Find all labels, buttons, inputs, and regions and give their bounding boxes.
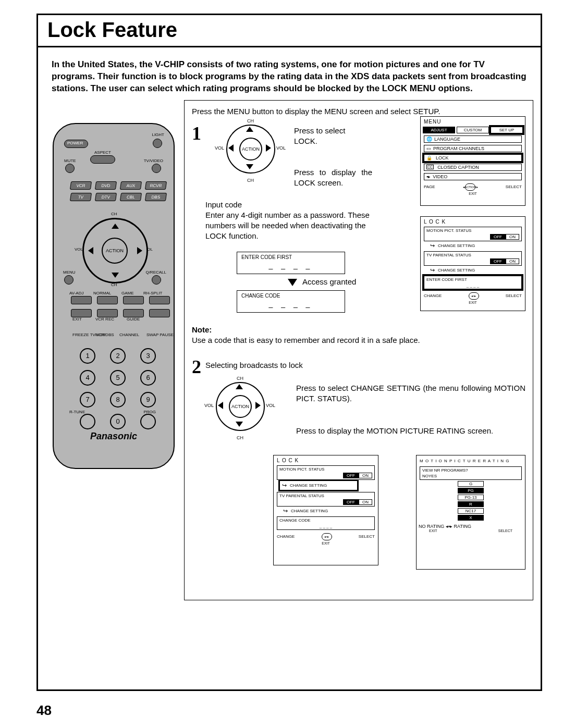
nav-icon: ◂ACTION▸ [465, 183, 475, 191]
fn-channel: CHANNEL [119, 332, 139, 337]
recall-button [152, 275, 161, 285]
fn-game: GAME [121, 291, 134, 295]
osd-item-video: ▪▸VIDEO [424, 173, 522, 180]
power-label: POWER [67, 141, 83, 145]
dpad-illustration-1: CH VOL VOL CH ACTION [216, 119, 284, 182]
osd-rating: M O T I O N P I C T U R E R A T I N G VI… [416, 455, 525, 570]
light-label: LIGHT [152, 132, 164, 137]
fn-normal: NORMAL [93, 291, 111, 295]
light-button [153, 139, 162, 148]
panel-top-line: Press the MENU button to display the MEN… [192, 107, 525, 116]
remote-illustration: POWER LIGHT ASPECT MUTE TV/VIDEO VCRDVDA… [53, 123, 175, 469]
dpad-illustration-2: CH VOL VOL CH ACTION [205, 377, 273, 439]
mute-button [65, 164, 75, 173]
osd-item-lock: LOCK [424, 154, 522, 162]
page-number: 48 [36, 702, 52, 719]
fn-rhsplit: RH-SPLIT [143, 291, 162, 295]
numpad: 123 456 789 0 [80, 348, 161, 429]
step2-text-b: Press to display the MOTION PICTURE RATI… [296, 426, 525, 436]
aspect-button [90, 155, 115, 164]
fn-vcrdbs: VCR/DBS [95, 332, 114, 337]
step1-text-a: Press to select LOCK. [294, 126, 367, 147]
recall-label: Q/RECALL [145, 270, 166, 275]
input-code-header: Input code [205, 200, 242, 210]
aspect-label: ASPECT [94, 150, 111, 155]
note-label: Note: [192, 325, 212, 334]
source-row-1: VCRDVDAUXRCVR [70, 181, 166, 190]
osd-lock-2: L O C K MOTION PICT. STATUS OFFON ↪CHANG… [273, 455, 378, 565]
step1-text-b: Press to display the LOCK screen. [294, 167, 372, 189]
change-code-box: CHANGE CODE _ _ _ _ [237, 290, 345, 313]
enter-code-box: ENTER CODE FIRST _ _ _ _ [237, 252, 345, 274]
fn-swap: SWAP PAUSE [146, 332, 174, 337]
input-code-body: Enter any 4-digit number as a password. … [205, 210, 372, 242]
menu-button [64, 275, 74, 285]
step2-line: Selecting broadcasts to lock [205, 360, 303, 371]
nav-vol-left: VOL [75, 247, 83, 252]
mute-label: MUTE [64, 158, 76, 163]
menu-label: MENU [63, 270, 76, 275]
down-arrow-icon [288, 279, 297, 286]
fn-guide: GUIDE [127, 317, 140, 322]
osd-item-cc: CLOSED CAPTION [424, 164, 522, 171]
fn-avadj: AV-ADJ [69, 291, 83, 295]
instruction-panel: Press the MENU button to display the MEN… [184, 100, 533, 600]
page-title: Lock Feature [47, 18, 177, 41]
fn-grid [71, 296, 170, 318]
source-row-2: TVDTVCBLDBS [70, 193, 166, 201]
osd-lock-1: L O C K MOTION PICT. STATUS OFFON ↪CHANG… [420, 216, 525, 311]
osd-item-program: ▭PROGRAM CHANNELS [424, 145, 522, 152]
fn-exit: EXIT [72, 317, 82, 322]
osd-item-language: 🌐LANGUAGE [424, 135, 522, 143]
remote-brand: Panasonic [54, 431, 174, 442]
step2-text-a: Press to select CHANGE SETTING (the menu… [296, 383, 525, 404]
tvvideo-button [152, 164, 161, 173]
intro-paragraph: In the United States, the V-CHIP consist… [38, 47, 541, 100]
note-body: Use a code that is easy to remember and … [192, 336, 420, 344]
nav-action: ACTION [102, 238, 128, 264]
step-1-number: 1 [192, 122, 201, 144]
nav-ch-top: CH [111, 212, 117, 216]
step-2-number: 2 [192, 356, 201, 378]
access-granted: Access granted [302, 277, 356, 286]
tvvideo-label: TV/VIDEO [144, 158, 163, 163]
fn-vcrrec: VCR REC [95, 317, 114, 322]
rtune-label: R-TUNE [69, 410, 85, 414]
osd-menu: MENU ADJUST CUSTOM SET UP 🌐LANGUAGE ▭PRO… [420, 116, 525, 206]
prog-label: PROG [143, 410, 156, 414]
